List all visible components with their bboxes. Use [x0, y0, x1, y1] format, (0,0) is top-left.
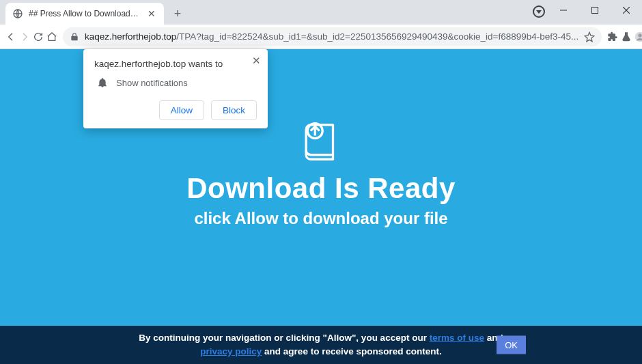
minimize-button[interactable] [548, 0, 579, 20]
allow-button[interactable]: Allow [159, 100, 204, 120]
bookmark-star-icon[interactable] [584, 31, 595, 42]
hero-subtitle: click Allow to download your file [0, 209, 642, 228]
svg-rect-2 [592, 8, 598, 14]
extensions-icon[interactable] [607, 27, 618, 46]
terms-link[interactable]: terms of use [430, 333, 484, 343]
tab-title: ## Press Allow to Download ## [29, 9, 141, 18]
reload-button[interactable] [33, 27, 44, 46]
cookie-text: By continuing your navigation or clickin… [139, 331, 503, 359]
browser-toolbar: kaqez.herforthejob.top/TPA?tag_id=822524… [0, 25, 642, 49]
back-button[interactable] [5, 27, 16, 46]
labs-icon[interactable] [621, 27, 632, 46]
window-controls [548, 0, 642, 20]
bell-icon [97, 77, 108, 88]
prompt-permission-row: Show notifications [97, 77, 257, 88]
profile-avatar-icon[interactable] [634, 27, 642, 46]
svg-point-6 [639, 33, 642, 37]
browser-titlebar: ## Press Allow to Download ## ✕ + [0, 0, 642, 25]
prompt-close-icon[interactable]: ✕ [252, 55, 261, 67]
tab-close-icon[interactable]: ✕ [146, 8, 157, 19]
cookie-bar: By continuing your navigation or clickin… [0, 326, 642, 364]
privacy-link[interactable]: privacy policy [200, 346, 262, 356]
hero-title: Download Is Ready [0, 172, 642, 205]
hero: Download Is Ready click Allow to downloa… [0, 117, 642, 228]
url-text: kaqez.herforthejob.top/TPA?tag_id=822524… [85, 31, 578, 42]
close-window-button[interactable] [611, 0, 642, 20]
lock-icon [70, 32, 79, 42]
address-bar[interactable]: kaqez.herforthejob.top/TPA?tag_id=822524… [63, 27, 602, 46]
globe-icon [12, 8, 23, 19]
maximize-button[interactable] [579, 0, 611, 20]
home-button[interactable] [46, 27, 57, 46]
prompt-permission-label: Show notifications [116, 78, 188, 88]
prompt-origin: kaqez.herforthejob.top wants to [94, 59, 257, 69]
profile-chooser-icon[interactable] [533, 5, 545, 18]
cookie-ok-button[interactable]: OK [497, 336, 526, 354]
new-tab-button[interactable]: + [168, 4, 187, 23]
block-button[interactable]: Block [211, 100, 257, 120]
forward-button[interactable] [19, 27, 30, 46]
browser-tab[interactable]: ## Press Allow to Download ## ✕ [5, 3, 164, 25]
notification-permission-prompt: ✕ kaqez.herforthejob.top wants to Show n… [83, 49, 268, 128]
